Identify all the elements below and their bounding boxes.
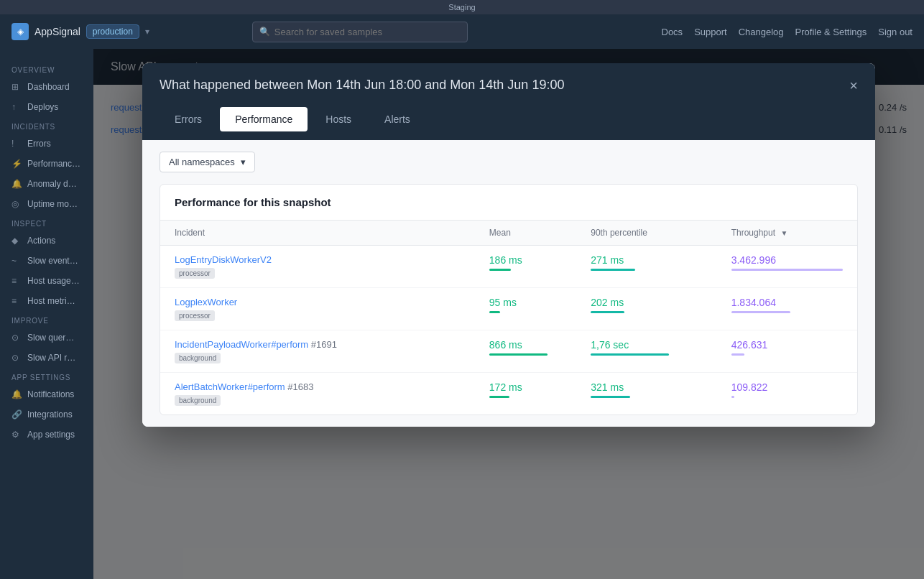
sidebar-item-label: Deploys — [27, 102, 58, 112]
sidebar-item-dashboard[interactable]: ⊞ Dashboard — [0, 77, 93, 97]
sidebar-item-label: Notifications — [27, 389, 74, 399]
nav-docs[interactable]: Docs — [662, 27, 683, 37]
nav-logo[interactable]: ◈ AppSignal production ▾ — [11, 23, 149, 40]
nav-search-container: 🔍 — [252, 22, 468, 42]
row2-incident-link[interactable]: LogplexWorker — [175, 297, 237, 307]
main-nav: ◈ AppSignal production ▾ 🔍 Docs Support … — [0, 14, 924, 49]
row1-throughput-value: 3.462.996 — [731, 254, 776, 266]
appsignal-icon: ◈ — [11, 23, 29, 40]
row4-percentile-value: 321 ms — [591, 381, 624, 393]
nav-app-env[interactable]: production — [86, 24, 139, 39]
sidebar-section-incidents: INCIDENTS ! Errors ⚡ Performanc… 🔔 Anoma… — [0, 117, 93, 214]
sidebar-item-label: Slow API r… — [27, 353, 75, 363]
sidebar-item-deploys[interactable]: ↑ Deploys — [0, 97, 93, 117]
row4-throughput-value: 109.822 — [731, 381, 768, 393]
performance-card: Performance for this snapshot Incident M… — [160, 184, 858, 415]
sidebar-item-performance[interactable]: ⚡ Performanc… — [0, 154, 93, 174]
row3-badge: background — [175, 353, 221, 363]
row4-mean-cell: 172 ms — [475, 373, 576, 415]
sidebar-item-actions[interactable]: ◆ Actions — [0, 231, 93, 251]
tab-errors[interactable]: Errors — [160, 107, 217, 131]
errors-icon: ! — [11, 139, 22, 149]
row3-incident-link[interactable]: IncidentPayloadWorker#perform — [175, 339, 311, 350]
performance-icon: ⚡ — [11, 159, 22, 169]
sidebar-item-anomaly[interactable]: 🔔 Anomaly d… — [0, 174, 93, 194]
sidebar-item-errors[interactable]: ! Errors — [0, 134, 93, 154]
sidebar-item-label: Host metri… — [27, 296, 75, 306]
modal-overlay: What happened between Mon 14th Jun 18:00… — [93, 49, 924, 579]
row4-incident-link[interactable]: AlertBatchWorker#perform — [175, 381, 287, 392]
row1-percentile-bar — [591, 269, 635, 271]
sidebar-item-host-metrics[interactable]: ≡ Host metri… — [0, 291, 93, 311]
host-metrics-icon: ≡ — [11, 296, 22, 306]
table-row: AlertBatchWorker#perform #1683 backgroun… — [160, 373, 857, 415]
row1-mean-value: 186 ms — [489, 254, 522, 266]
slow-queries-icon: ⊙ — [11, 333, 22, 343]
nav-support[interactable]: Support — [694, 27, 727, 37]
tab-performance[interactable]: Performance — [220, 107, 308, 131]
search-input[interactable] — [252, 22, 468, 42]
sidebar-item-label: Errors — [27, 139, 51, 149]
sidebar-item-label: Actions — [27, 236, 55, 246]
deploys-icon: ↑ — [11, 102, 22, 112]
sidebar-item-host-usage[interactable]: ≡ Host usage… — [0, 271, 93, 291]
sidebar-item-integrations[interactable]: 🔗 Integrations — [0, 404, 93, 425]
row1-percentile-cell: 271 ms — [576, 246, 716, 288]
app-settings-icon: ⚙ — [11, 430, 22, 440]
col-incident: Incident — [160, 221, 475, 246]
row4-mean-bar — [489, 396, 509, 398]
main-content: Slow API requests request.net_http PUT h… — [93, 49, 924, 579]
performance-table: Incident Mean 90th percentile — [160, 221, 857, 414]
row2-mean-bar — [489, 311, 500, 313]
slow-api-icon: ⊙ — [11, 353, 22, 363]
search-icon: 🔍 — [259, 27, 270, 37]
uptime-icon: ◎ — [11, 199, 22, 209]
row1-throughput-cell: 3.462.996 — [717, 246, 857, 288]
nav-changelog[interactable]: Changelog — [739, 27, 784, 37]
nav-signout[interactable]: Sign out — [878, 27, 913, 37]
host-usage-icon: ≡ — [11, 276, 22, 286]
close-button[interactable]: × — [849, 78, 858, 93]
row1-percentile-value: 271 ms — [591, 254, 624, 266]
modal-title: What happened between Mon 14th Jun 18:00… — [160, 78, 564, 93]
col-throughput[interactable]: Throughput ▼ — [717, 221, 857, 246]
row2-badge: processor — [175, 310, 215, 321]
sidebar-item-slow-queries[interactable]: ⊙ Slow quer… — [0, 328, 93, 348]
actions-icon: ◆ — [11, 236, 22, 246]
row3-incident-number: #1691 — [311, 339, 337, 350]
table-row: LogplexWorker processor 95 ms — [160, 288, 857, 330]
sidebar-section-label-overview: OVERVIEW — [0, 60, 93, 77]
row3-percentile-cell: 1,76 sec — [576, 330, 716, 373]
namespace-label: All namespaces — [169, 157, 235, 167]
row4-incident-number: #1683 — [287, 381, 313, 392]
anomaly-icon: 🔔 — [11, 179, 22, 189]
sidebar-item-slow-api[interactable]: ⊙ Slow API r… — [0, 348, 93, 368]
row1-incident-link[interactable]: LogEntryDiskWorkerV2 — [175, 254, 272, 265]
row2-mean-cell: 95 ms — [475, 288, 576, 330]
row4-badge: background — [175, 395, 221, 406]
sidebar-item-label: App settings — [27, 430, 75, 440]
row3-throughput-bar — [731, 353, 745, 356]
sidebar-item-label: Performanc… — [27, 159, 80, 169]
row3-mean-cell: 866 ms — [475, 330, 576, 373]
sidebar-item-slow-events[interactable]: ~ Slow event… — [0, 251, 93, 271]
nav-profile[interactable]: Profile & Settings — [795, 27, 867, 37]
row3-throughput-value: 426.631 — [731, 339, 768, 351]
namespace-dropdown[interactable]: All namespaces ▾ — [160, 152, 255, 172]
dashboard-icon: ⊞ — [11, 82, 22, 92]
modal-tabs: Errors Performance Hosts Alerts — [142, 107, 875, 140]
staging-bar: Staging — [0, 0, 924, 14]
row3-incident-cell: IncidentPayloadWorker#perform #1691 back… — [160, 330, 475, 373]
sidebar-item-label: Slow quer… — [27, 333, 74, 343]
performance-card-heading: Performance for this snapshot — [160, 185, 857, 221]
nav-env-chevron[interactable]: ▾ — [145, 27, 149, 37]
sidebar-item-label: Host usage… — [27, 276, 80, 286]
sidebar-item-notifications[interactable]: 🔔 Notifications — [0, 384, 93, 404]
sidebar-item-uptime[interactable]: ◎ Uptime mo… — [0, 194, 93, 214]
sidebar-section-label-improve: IMPROVE — [0, 311, 93, 328]
tab-hosts[interactable]: Hosts — [310, 107, 366, 131]
tab-alerts[interactable]: Alerts — [369, 107, 425, 131]
sidebar: OVERVIEW ⊞ Dashboard ↑ Deploys INCIDENTS… — [0, 49, 93, 579]
sidebar-item-app-settings[interactable]: ⚙ App settings — [0, 425, 93, 445]
row2-mean-value: 95 ms — [489, 297, 517, 308]
